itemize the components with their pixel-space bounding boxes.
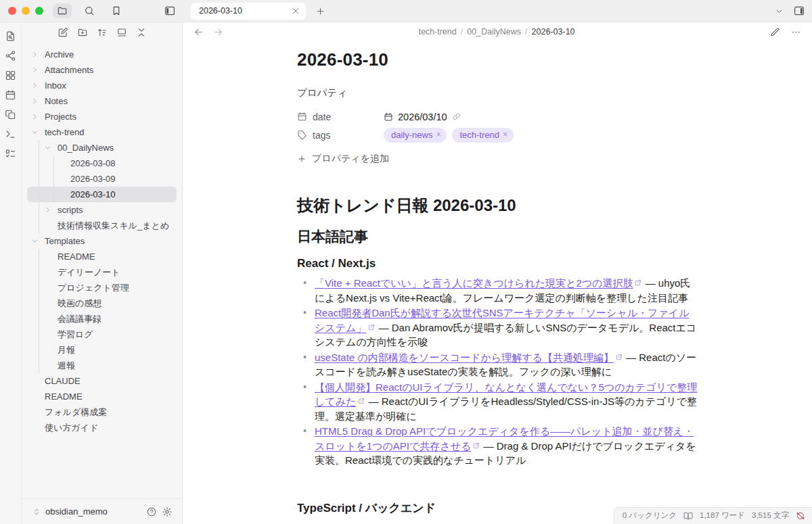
- panel-bottom-icon[interactable]: [116, 27, 127, 38]
- sort-order-icon[interactable]: [97, 27, 108, 38]
- tree-file-item[interactable]: デイリーノート: [27, 264, 177, 280]
- tree-file-item[interactable]: README: [27, 249, 177, 264]
- navigate-forward-icon[interactable]: [213, 27, 223, 37]
- left-sidebar-toggle-icon[interactable]: [164, 5, 176, 17]
- settings-gear-icon[interactable]: [162, 506, 173, 517]
- note-title[interactable]: 2026-03-10: [297, 49, 698, 70]
- collapse-all-icon[interactable]: [136, 27, 147, 38]
- link-icon[interactable]: [452, 112, 461, 121]
- sync-off-icon[interactable]: [796, 511, 805, 521]
- chevron-spacer: [44, 330, 58, 339]
- bookmark-icon: [111, 5, 122, 16]
- tag-remove-icon[interactable]: ×: [436, 130, 441, 139]
- graph-view-icon[interactable]: [5, 50, 16, 62]
- chevron-right-icon[interactable]: [31, 112, 45, 122]
- add-property-button[interactable]: プロパティを追加: [297, 153, 698, 165]
- chevron-right-icon[interactable]: [31, 50, 45, 59]
- chevron-right-icon[interactable]: [44, 206, 58, 215]
- templates-copy-icon[interactable]: [5, 109, 16, 120]
- heading-h2: 日本語記事: [297, 227, 698, 246]
- vault-switcher[interactable]: obsidian_memo: [22, 498, 182, 524]
- tag-pill[interactable]: tech-trend×: [452, 128, 514, 143]
- tab-list-dropdown-icon[interactable]: [775, 7, 784, 16]
- chevron-down-icon[interactable]: [44, 143, 58, 153]
- breadcrumb-segment[interactable]: tech-trend: [418, 27, 456, 37]
- files-view-button[interactable]: [53, 3, 72, 18]
- minimize-window-button[interactable]: [22, 7, 30, 15]
- chevron-right-icon[interactable]: [31, 81, 45, 91]
- tree-file-item[interactable]: 月報: [27, 342, 177, 358]
- property-key-date[interactable]: date: [297, 112, 384, 122]
- tag-pill[interactable]: daily-news×: [384, 128, 447, 143]
- chevron-spacer: [31, 377, 45, 386]
- tree-file-item[interactable]: 技術情報収集スキル_まとめ: [27, 218, 177, 233]
- tree-file-item[interactable]: 週報: [27, 358, 177, 373]
- chevron-down-icon[interactable]: [31, 237, 45, 246]
- external-link-icon[interactable]: [367, 324, 375, 331]
- tree-file-item[interactable]: フォルダ構成案: [27, 404, 177, 420]
- new-note-icon[interactable]: [58, 27, 68, 38]
- tree-folder-item[interactable]: Notes: [27, 93, 177, 109]
- property-key-tags[interactable]: tags: [297, 130, 384, 141]
- file-tree: ArchiveAttachmentsInboxNotesProjectstech…: [22, 43, 182, 498]
- article-list-item: HTML5 Drag & Drop APIでブロックエディタを作る——パレット追…: [297, 424, 698, 468]
- tree-folder-item[interactable]: 00_DailyNews: [27, 140, 177, 156]
- edit-mode-icon[interactable]: [770, 27, 780, 37]
- external-link-icon[interactable]: [615, 354, 623, 361]
- chevron-down-icon[interactable]: [31, 128, 45, 137]
- tree-file-item[interactable]: 会議議事録: [27, 311, 177, 327]
- tree-folder-item[interactable]: Inbox: [27, 78, 177, 93]
- tree-file-item[interactable]: 映画の感想: [27, 295, 177, 311]
- external-link-icon[interactable]: [472, 442, 480, 450]
- tag-remove-icon[interactable]: ×: [503, 130, 508, 139]
- tree-folder-item[interactable]: tech-trend: [27, 124, 177, 140]
- tree-file-item[interactable]: 2026-03-09: [27, 171, 177, 187]
- zoom-window-button[interactable]: [35, 7, 43, 15]
- tree-file-item[interactable]: CLAUDE: [27, 373, 177, 389]
- file-search-icon[interactable]: [5, 30, 16, 42]
- terminal-icon[interactable]: [5, 128, 16, 140]
- tasks-list-icon[interactable]: [5, 148, 16, 160]
- canvas-grid-icon[interactable]: [5, 70, 16, 81]
- chevron-spacer: [44, 314, 58, 324]
- tree-folder-item[interactable]: Archive: [27, 47, 177, 62]
- tree-file-item[interactable]: プロジェクト管理: [27, 280, 177, 295]
- backlink-count[interactable]: 0 バックリンク: [623, 510, 677, 521]
- tree-file-item[interactable]: 2026-03-10: [27, 187, 177, 202]
- breadcrumb-segment[interactable]: 00_DailyNews: [467, 27, 521, 37]
- reading-mode-book-icon[interactable]: [683, 511, 693, 521]
- breadcrumb-segment[interactable]: 2026-03-10: [532, 27, 575, 37]
- tree-file-item[interactable]: 2026-03-08: [27, 156, 177, 171]
- tab-active[interactable]: 2026-03-10: [191, 3, 306, 20]
- help-icon[interactable]: [146, 506, 157, 517]
- bookmarks-view-button[interactable]: [107, 3, 126, 18]
- tree-folder-item[interactable]: Templates: [27, 233, 177, 249]
- tree-file-item[interactable]: 学習ログ: [27, 327, 177, 342]
- chevron-spacer: [57, 190, 70, 199]
- property-value-date[interactable]: 2026/03/10: [384, 112, 461, 122]
- right-sidebar-toggle-icon[interactable]: [793, 5, 805, 17]
- new-folder-icon[interactable]: [77, 27, 88, 38]
- chevron-spacer: [57, 159, 70, 168]
- chevron-spacer: [44, 221, 58, 231]
- external-link-icon[interactable]: [357, 398, 365, 405]
- tree-folder-item[interactable]: scripts: [27, 202, 177, 218]
- close-window-button[interactable]: [8, 7, 16, 15]
- chevron-right-icon[interactable]: [31, 97, 45, 106]
- tree-file-item[interactable]: README: [27, 389, 177, 404]
- chevron-right-icon[interactable]: [31, 66, 45, 75]
- external-link-icon[interactable]: [634, 279, 641, 287]
- article-link[interactable]: useState の内部構造をソースコードから理解する【共通処理編】: [315, 352, 614, 363]
- search-view-button[interactable]: [80, 3, 99, 18]
- new-tab-icon[interactable]: [315, 6, 325, 16]
- tree-folder-item[interactable]: Projects: [27, 109, 177, 124]
- article-link[interactable]: 「Vite + Reactでいい」と言う人に突きつけられた現実と2つの選択肢: [315, 277, 633, 289]
- vault-name: obsidian_memo: [45, 506, 108, 517]
- daily-note-calendar-icon[interactable]: [5, 89, 16, 101]
- navigate-back-icon[interactable]: [194, 27, 204, 37]
- article-list-item: 「Vite + Reactでいい」と言う人に突きつけられた現実と2つの選択肢 —…: [297, 276, 698, 305]
- more-options-icon[interactable]: [791, 27, 801, 37]
- tree-file-item[interactable]: 使い方ガイド: [27, 420, 177, 435]
- tab-close-icon[interactable]: [291, 6, 300, 16]
- tree-folder-item[interactable]: Attachments: [27, 62, 177, 78]
